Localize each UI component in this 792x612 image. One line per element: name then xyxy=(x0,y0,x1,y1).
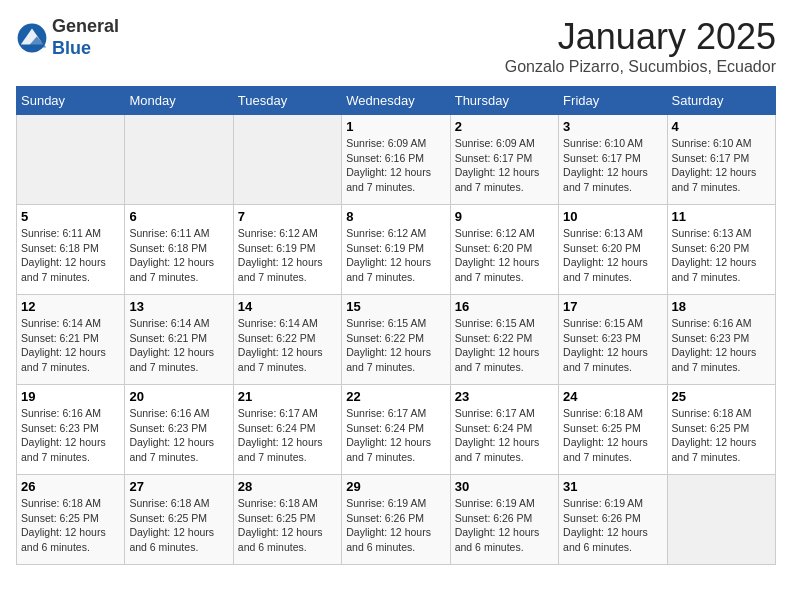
day-number: 14 xyxy=(238,299,337,314)
calendar-week-5: 26Sunrise: 6:18 AM Sunset: 6:25 PM Dayli… xyxy=(17,475,776,565)
day-info: Sunrise: 6:19 AM Sunset: 6:26 PM Dayligh… xyxy=(346,496,445,555)
day-number: 22 xyxy=(346,389,445,404)
header-monday: Monday xyxy=(125,87,233,115)
day-info: Sunrise: 6:16 AM Sunset: 6:23 PM Dayligh… xyxy=(129,406,228,465)
calendar-cell: 1Sunrise: 6:09 AM Sunset: 6:16 PM Daylig… xyxy=(342,115,450,205)
day-info: Sunrise: 6:17 AM Sunset: 6:24 PM Dayligh… xyxy=(455,406,554,465)
day-number: 31 xyxy=(563,479,662,494)
calendar-cell: 28Sunrise: 6:18 AM Sunset: 6:25 PM Dayli… xyxy=(233,475,341,565)
calendar-cell: 20Sunrise: 6:16 AM Sunset: 6:23 PM Dayli… xyxy=(125,385,233,475)
day-number: 24 xyxy=(563,389,662,404)
day-number: 12 xyxy=(21,299,120,314)
day-number: 21 xyxy=(238,389,337,404)
calendar-week-4: 19Sunrise: 6:16 AM Sunset: 6:23 PM Dayli… xyxy=(17,385,776,475)
calendar-cell: 16Sunrise: 6:15 AM Sunset: 6:22 PM Dayli… xyxy=(450,295,558,385)
day-info: Sunrise: 6:16 AM Sunset: 6:23 PM Dayligh… xyxy=(672,316,771,375)
day-number: 16 xyxy=(455,299,554,314)
calendar-cell: 27Sunrise: 6:18 AM Sunset: 6:25 PM Dayli… xyxy=(125,475,233,565)
day-number: 10 xyxy=(563,209,662,224)
day-number: 18 xyxy=(672,299,771,314)
day-number: 3 xyxy=(563,119,662,134)
day-info: Sunrise: 6:19 AM Sunset: 6:26 PM Dayligh… xyxy=(563,496,662,555)
calendar-cell: 3Sunrise: 6:10 AM Sunset: 6:17 PM Daylig… xyxy=(559,115,667,205)
day-info: Sunrise: 6:15 AM Sunset: 6:23 PM Dayligh… xyxy=(563,316,662,375)
calendar-cell: 12Sunrise: 6:14 AM Sunset: 6:21 PM Dayli… xyxy=(17,295,125,385)
day-info: Sunrise: 6:12 AM Sunset: 6:20 PM Dayligh… xyxy=(455,226,554,285)
calendar-cell: 11Sunrise: 6:13 AM Sunset: 6:20 PM Dayli… xyxy=(667,205,775,295)
calendar-cell: 22Sunrise: 6:17 AM Sunset: 6:24 PM Dayli… xyxy=(342,385,450,475)
day-info: Sunrise: 6:12 AM Sunset: 6:19 PM Dayligh… xyxy=(346,226,445,285)
day-number: 25 xyxy=(672,389,771,404)
calendar-cell: 26Sunrise: 6:18 AM Sunset: 6:25 PM Dayli… xyxy=(17,475,125,565)
day-number: 1 xyxy=(346,119,445,134)
calendar-cell xyxy=(125,115,233,205)
day-number: 23 xyxy=(455,389,554,404)
calendar-header-row: SundayMondayTuesdayWednesdayThursdayFrid… xyxy=(17,87,776,115)
day-number: 27 xyxy=(129,479,228,494)
calendar-table: SundayMondayTuesdayWednesdayThursdayFrid… xyxy=(16,86,776,565)
day-number: 9 xyxy=(455,209,554,224)
day-number: 2 xyxy=(455,119,554,134)
logo-general: General xyxy=(52,16,119,36)
logo-blue: Blue xyxy=(52,38,91,58)
day-number: 30 xyxy=(455,479,554,494)
day-info: Sunrise: 6:17 AM Sunset: 6:24 PM Dayligh… xyxy=(238,406,337,465)
calendar-cell: 10Sunrise: 6:13 AM Sunset: 6:20 PM Dayli… xyxy=(559,205,667,295)
day-info: Sunrise: 6:18 AM Sunset: 6:25 PM Dayligh… xyxy=(238,496,337,555)
page-header: General Blue January 2025 Gonzalo Pizarr… xyxy=(16,16,776,76)
calendar-cell: 14Sunrise: 6:14 AM Sunset: 6:22 PM Dayli… xyxy=(233,295,341,385)
day-number: 29 xyxy=(346,479,445,494)
header-thursday: Thursday xyxy=(450,87,558,115)
day-info: Sunrise: 6:18 AM Sunset: 6:25 PM Dayligh… xyxy=(21,496,120,555)
logo: General Blue xyxy=(16,16,119,59)
day-info: Sunrise: 6:15 AM Sunset: 6:22 PM Dayligh… xyxy=(455,316,554,375)
day-number: 13 xyxy=(129,299,228,314)
day-number: 19 xyxy=(21,389,120,404)
calendar-week-2: 5Sunrise: 6:11 AM Sunset: 6:18 PM Daylig… xyxy=(17,205,776,295)
day-number: 15 xyxy=(346,299,445,314)
day-number: 4 xyxy=(672,119,771,134)
calendar-cell: 2Sunrise: 6:09 AM Sunset: 6:17 PM Daylig… xyxy=(450,115,558,205)
calendar-cell: 4Sunrise: 6:10 AM Sunset: 6:17 PM Daylig… xyxy=(667,115,775,205)
logo-icon xyxy=(16,22,48,54)
day-info: Sunrise: 6:12 AM Sunset: 6:19 PM Dayligh… xyxy=(238,226,337,285)
day-info: Sunrise: 6:17 AM Sunset: 6:24 PM Dayligh… xyxy=(346,406,445,465)
calendar-cell: 5Sunrise: 6:11 AM Sunset: 6:18 PM Daylig… xyxy=(17,205,125,295)
day-info: Sunrise: 6:13 AM Sunset: 6:20 PM Dayligh… xyxy=(672,226,771,285)
day-info: Sunrise: 6:15 AM Sunset: 6:22 PM Dayligh… xyxy=(346,316,445,375)
calendar-cell: 30Sunrise: 6:19 AM Sunset: 6:26 PM Dayli… xyxy=(450,475,558,565)
calendar-week-1: 1Sunrise: 6:09 AM Sunset: 6:16 PM Daylig… xyxy=(17,115,776,205)
day-info: Sunrise: 6:18 AM Sunset: 6:25 PM Dayligh… xyxy=(672,406,771,465)
day-info: Sunrise: 6:10 AM Sunset: 6:17 PM Dayligh… xyxy=(563,136,662,195)
day-number: 6 xyxy=(129,209,228,224)
calendar-cell: 9Sunrise: 6:12 AM Sunset: 6:20 PM Daylig… xyxy=(450,205,558,295)
day-info: Sunrise: 6:14 AM Sunset: 6:21 PM Dayligh… xyxy=(21,316,120,375)
day-info: Sunrise: 6:09 AM Sunset: 6:16 PM Dayligh… xyxy=(346,136,445,195)
day-info: Sunrise: 6:18 AM Sunset: 6:25 PM Dayligh… xyxy=(563,406,662,465)
calendar-cell xyxy=(233,115,341,205)
calendar-cell: 29Sunrise: 6:19 AM Sunset: 6:26 PM Dayli… xyxy=(342,475,450,565)
header-saturday: Saturday xyxy=(667,87,775,115)
day-number: 17 xyxy=(563,299,662,314)
day-info: Sunrise: 6:16 AM Sunset: 6:23 PM Dayligh… xyxy=(21,406,120,465)
calendar-cell: 13Sunrise: 6:14 AM Sunset: 6:21 PM Dayli… xyxy=(125,295,233,385)
location: Gonzalo Pizarro, Sucumbios, Ecuador xyxy=(505,58,776,76)
calendar-cell: 21Sunrise: 6:17 AM Sunset: 6:24 PM Dayli… xyxy=(233,385,341,475)
calendar-cell: 25Sunrise: 6:18 AM Sunset: 6:25 PM Dayli… xyxy=(667,385,775,475)
day-number: 5 xyxy=(21,209,120,224)
day-info: Sunrise: 6:14 AM Sunset: 6:21 PM Dayligh… xyxy=(129,316,228,375)
calendar-cell: 15Sunrise: 6:15 AM Sunset: 6:22 PM Dayli… xyxy=(342,295,450,385)
calendar-cell: 8Sunrise: 6:12 AM Sunset: 6:19 PM Daylig… xyxy=(342,205,450,295)
calendar-cell: 19Sunrise: 6:16 AM Sunset: 6:23 PM Dayli… xyxy=(17,385,125,475)
header-friday: Friday xyxy=(559,87,667,115)
day-number: 20 xyxy=(129,389,228,404)
logo-text: General Blue xyxy=(52,16,119,59)
day-number: 8 xyxy=(346,209,445,224)
day-info: Sunrise: 6:13 AM Sunset: 6:20 PM Dayligh… xyxy=(563,226,662,285)
calendar-week-3: 12Sunrise: 6:14 AM Sunset: 6:21 PM Dayli… xyxy=(17,295,776,385)
day-info: Sunrise: 6:11 AM Sunset: 6:18 PM Dayligh… xyxy=(21,226,120,285)
calendar-cell: 17Sunrise: 6:15 AM Sunset: 6:23 PM Dayli… xyxy=(559,295,667,385)
title-block: January 2025 Gonzalo Pizarro, Sucumbios,… xyxy=(505,16,776,76)
day-info: Sunrise: 6:10 AM Sunset: 6:17 PM Dayligh… xyxy=(672,136,771,195)
day-number: 11 xyxy=(672,209,771,224)
